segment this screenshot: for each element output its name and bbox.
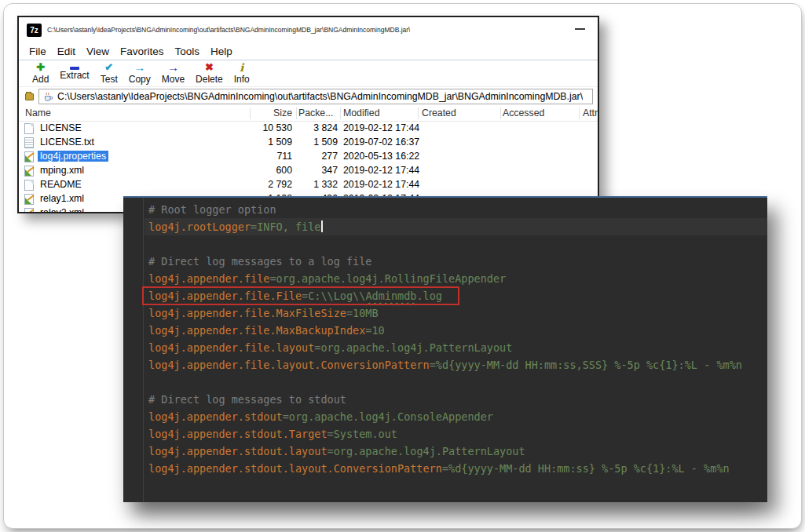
code-line: log4j.appender.stdout.layout.ConversionP… xyxy=(148,460,767,477)
column-header-created[interactable]: Created xyxy=(422,107,456,118)
property-value: org.apache.log4j.PatternLayout xyxy=(334,445,525,457)
file-modified: 2020-05-13 16:22 xyxy=(343,151,419,162)
code-line: # Direct log messages to stdout xyxy=(148,391,767,408)
menu-item-tools[interactable]: Tools xyxy=(170,44,206,59)
copy-icon: → xyxy=(134,62,145,74)
column-separator[interactable] xyxy=(579,107,580,119)
equals-sign: = xyxy=(251,220,257,233)
editor-window[interactable]: # Root logger optionlog4j.rootLogger=INF… xyxy=(123,196,767,502)
equals-sign: = xyxy=(269,272,276,285)
menu-item-file[interactable]: File xyxy=(24,44,52,59)
file-name[interactable]: README xyxy=(38,179,84,190)
file-name[interactable]: relay2.xml xyxy=(38,207,86,213)
code-line: log4j.appender.file.layout=org.apache.lo… xyxy=(148,339,767,356)
info-icon: i xyxy=(240,62,243,74)
column-separator[interactable] xyxy=(296,107,297,119)
property-value: System.out xyxy=(334,428,397,440)
toolbar-button-label: Delete xyxy=(196,74,223,85)
move-button[interactable]: →Move xyxy=(156,62,190,85)
file-packed-size: 1 332 xyxy=(298,179,338,190)
file-name[interactable]: mping.xml xyxy=(38,165,86,176)
editor-gutter xyxy=(123,198,144,502)
file-modified: 2019-02-12 17:44 xyxy=(343,122,419,133)
equals-sign: = xyxy=(346,307,353,319)
file-name[interactable]: relay1.xml xyxy=(38,193,86,204)
toolbar-button-label: Add xyxy=(32,74,49,85)
column-header-accessed[interactable]: Accessed xyxy=(503,107,544,118)
property-key: log4j.appender.stdout.Target xyxy=(148,428,327,440)
column-header-packe[interactable]: Packe... xyxy=(298,107,333,118)
equals-sign: = xyxy=(327,428,334,440)
file-modified: 2019-07-02 16:37 xyxy=(343,137,419,148)
sevenzip-titlebar[interactable]: 7z C:\Users\astanly\IdeaProjects\BNGAdmi… xyxy=(19,17,598,42)
code-line: log4j.appender.file.MaxFileSize=10MB xyxy=(148,304,767,322)
code-line: log4j.appender.stdout.Target=System.out xyxy=(148,425,767,443)
file-modified: 2019-02-12 17:44 xyxy=(343,165,419,176)
file-packed-size: 347 xyxy=(298,165,338,176)
column-header-size[interactable]: Size xyxy=(250,107,292,118)
equals-sign: = xyxy=(327,445,334,457)
column-separator[interactable] xyxy=(340,107,341,119)
address-path: C:\Users\astanly\IdeaProjects\BNGAdminIn… xyxy=(57,91,583,102)
copy-button[interactable]: →Copy xyxy=(123,62,156,85)
test-icon: ✔ xyxy=(104,62,113,74)
property-value: 10 xyxy=(371,324,384,337)
file-modified: 2019-02-12 17:44 xyxy=(343,179,419,190)
menu-item-favorites[interactable]: Favorites xyxy=(115,44,170,59)
editable-file-icon xyxy=(24,208,34,213)
code-line xyxy=(148,235,767,253)
info-button[interactable]: iInfo xyxy=(229,62,255,85)
toolbar-button-label: Move xyxy=(162,74,185,85)
column-header-attri[interactable]: Attri xyxy=(583,107,599,118)
menu-item-edit[interactable]: Edit xyxy=(52,44,81,59)
test-button[interactable]: ✔Test xyxy=(95,62,123,85)
editable-file-icon xyxy=(24,194,34,205)
equals-sign: = xyxy=(442,462,448,475)
table-row[interactable]: LICENSE10 5303 8242019-02-12 17:44 xyxy=(19,122,598,136)
java-jar-icon xyxy=(43,92,53,102)
property-value: org.apache.log4j.PatternLayout xyxy=(320,341,512,354)
file-name-selected[interactable]: log4j.properties xyxy=(38,151,108,162)
toolbar-button-label: Copy xyxy=(129,74,151,85)
code-comment: # Root logger option xyxy=(148,203,276,216)
table-row[interactable]: LICENSE.txt1 5091 5092019-07-02 16:37 xyxy=(19,136,598,150)
menu-item-help[interactable]: Help xyxy=(205,44,238,59)
table-row[interactable]: README2 7921 3322019-02-12 17:44 xyxy=(19,178,598,192)
document-file-icon xyxy=(24,137,34,148)
equals-sign: = xyxy=(283,410,289,423)
column-separator[interactable] xyxy=(500,107,501,119)
minimize-button[interactable] xyxy=(575,28,585,30)
column-separator[interactable] xyxy=(250,107,251,119)
delete-button[interactable]: ✖Delete xyxy=(190,62,229,85)
property-value: 10MB xyxy=(353,307,379,319)
column-separator[interactable] xyxy=(418,107,419,119)
property-key: log4j.appender.file.layout.ConversionPat… xyxy=(148,359,430,371)
file-name[interactable]: LICENSE xyxy=(38,122,84,133)
table-row[interactable]: log4j.properties7112772020-05-13 16:22 xyxy=(19,150,598,164)
file-list-header: NameSizePacke...ModifiedCreatedAccessedA… xyxy=(19,106,598,122)
add-button[interactable]: ✚Add xyxy=(27,62,54,85)
code-line: log4j.appender.file.MaxBackupIndex=10 xyxy=(148,322,767,339)
table-row[interactable]: mping.xml6003472019-02-12 17:44 xyxy=(19,164,598,178)
file-name[interactable]: LICENSE.txt xyxy=(38,137,97,148)
editable-file-icon xyxy=(24,166,34,177)
document-file-icon xyxy=(24,180,34,191)
property-key: log4j.appender.file xyxy=(148,272,269,285)
file-size: 2 792 xyxy=(250,179,292,190)
editor-code-area[interactable]: # Root logger optionlog4j.rootLogger=INF… xyxy=(148,201,767,477)
property-key: log4j.appender.stdout.layout xyxy=(148,445,327,457)
menu-item-view[interactable]: View xyxy=(81,44,115,59)
address-input[interactable]: C:\Users\astanly\IdeaProjects\BNGAdminIn… xyxy=(38,89,593,104)
code-line: # Direct log messages to a log file xyxy=(148,253,767,270)
file-packed-size: 3 824 xyxy=(298,122,338,133)
column-header-modified[interactable]: Modified xyxy=(343,107,379,118)
text-caret xyxy=(321,220,323,232)
code-line: log4j.appender.file=org.apache.log4j.Rol… xyxy=(148,270,767,287)
extract-button[interactable]: Extract xyxy=(54,62,94,81)
folder-up-icon[interactable] xyxy=(25,93,34,100)
column-header-name[interactable]: Name xyxy=(25,107,51,118)
property-value: INFO, file xyxy=(257,220,320,233)
red-annotation-box xyxy=(142,286,459,305)
code-line: log4j.appender.file.layout.ConversionPat… xyxy=(148,356,767,373)
toolbar-button-label: Extract xyxy=(60,70,89,81)
